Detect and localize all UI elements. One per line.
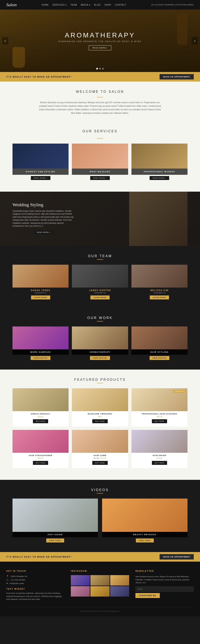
work-label-2: HAIR STYLING (131, 349, 187, 355)
nav-account[interactable]: MY ACCOUNT SHOPPING CART EXTRAS MENU (151, 4, 194, 6)
nav-shop[interactable]: SHOP (104, 4, 111, 6)
product-info-4: HAIR COMB $17.50 $21.00 BUY NOW (72, 453, 128, 468)
subscribe-button[interactable]: SUBSCRIBE ME (135, 593, 160, 598)
service-readmore-0[interactable]: READ MORE » (31, 176, 50, 180)
service-readmore-1[interactable]: READ MORE » (90, 176, 110, 180)
video-view-0[interactable]: VIEW VIDEO (46, 538, 64, 542)
footer-text-widget: TEXT WIDGET Post-ironic mustachism authe… (6, 588, 65, 601)
nav-contact[interactable]: CONTACT (115, 4, 126, 6)
instagram-grid (71, 575, 129, 596)
service-image-2 (131, 144, 187, 168)
services-section: OUR SERVICES HAIRCUT AND STYLING READ MO… (0, 123, 200, 192)
product-info-0: SIMPLE PRODUCT $19.00 BUY NOW (13, 411, 69, 426)
team-learn-2[interactable]: LEARN MORE (150, 296, 169, 300)
team-category-0: CATEGORY #1 (13, 292, 69, 294)
product-price-4: $17.50 $21.00 (74, 457, 126, 459)
hero-read-more-button[interactable]: READ MORE » (89, 45, 111, 50)
product-buy-0[interactable]: BUY NOW (33, 419, 48, 423)
video-card-0: ANTI-AGING VIEW VIDEO (13, 498, 98, 544)
work-card-0: WORK SAMPLES VIEW PHOTOS (13, 326, 69, 361)
footer-newsletter-text: Nam tincidunt rhoncus uma. Aliquam id ma… (135, 575, 194, 584)
email-icon: ✉ (6, 582, 8, 584)
team-learn-1[interactable]: LEARN MORE (90, 296, 110, 300)
nav-media[interactable]: MEDIA ▾ (81, 4, 90, 6)
service-readmore-2[interactable]: READ MORE » (150, 176, 169, 180)
service-card-1[interactable]: BODY MASSAGE READ MORE » (72, 144, 128, 181)
instagram-thumb-1[interactable] (90, 575, 109, 586)
footer-instagram-column: INSTAGRAM (71, 570, 129, 601)
instagram-thumb-0[interactable] (71, 575, 90, 586)
instagram-thumb-3[interactable] (71, 586, 90, 596)
nav-services[interactable]: SERVICES ▾ (53, 4, 67, 6)
work-view-0[interactable]: VIEW PHOTOS (31, 356, 50, 360)
service-label-2: PROFESSIONAL MAKEUP (131, 168, 187, 175)
services-grid: HAIRCUT AND STYLING READ MORE » BODY MAS… (13, 144, 187, 181)
product-photo-2: CATEGORY #1 (131, 388, 187, 411)
work-label-1: AROMATHERAPY (72, 349, 128, 355)
product-card-2: CATEGORY #1 PROFESSIONAL HAIR SCISSORS $… (131, 388, 187, 426)
instagram-thumb-4[interactable] (90, 586, 109, 596)
video-label-1: BEAUTY RETOUCH (102, 532, 187, 537)
work-divider (97, 321, 103, 322)
product-buy-1[interactable]: BUY NOW (92, 419, 107, 423)
newsletter-email-input[interactable] (135, 586, 194, 592)
work-view-2[interactable]: VIEW PHOTOS (150, 356, 169, 360)
wedding-section: Wedding Styling Sustainable forage maste… (0, 192, 200, 246)
product-old-price-4: $17.50 (94, 457, 99, 459)
team-category-1: CATEGORY #2 (72, 292, 128, 294)
service-label-0: HAIRCUT AND STYLING (13, 168, 69, 175)
hero-dot-1[interactable] (96, 68, 98, 70)
instagram-thumb-5[interactable] (110, 586, 129, 596)
hero-dots (96, 68, 104, 70)
bottle-left-decor (13, 47, 25, 68)
hero-content: AROMATHERAPY HARMONIZE AND PROMOTE THE H… (59, 32, 142, 50)
team-photo-0 (13, 265, 69, 288)
products-title: FEATURED PRODUCTS (13, 378, 187, 382)
product-info-2: PROFESSIONAL HAIR SCISSORS $35.00 BUY NO… (131, 411, 187, 426)
product-badge-2: CATEGORY #1 (173, 390, 186, 393)
nav-blog[interactable]: BLOG (94, 4, 101, 6)
logo[interactable]: Salon (6, 2, 17, 8)
video-view-1[interactable]: VIEW VIDEO (136, 538, 154, 542)
product-buy-3[interactable]: BUY NOW (33, 461, 48, 465)
appointment-bar-button[interactable]: MAKE AN APPOINTMENT (160, 74, 194, 80)
navigation: Salon HOME SERVICES ▾ TEAM MEDIA ▾ BLOG … (0, 0, 200, 10)
service-image-1 (72, 144, 128, 168)
hero-subtitle: HARMONIZE AND PROMOTE THE HEALTH OF BODY… (59, 40, 142, 42)
product-buy-2[interactable]: BUY NOW (152, 419, 167, 423)
appointment-bar-text: IT'S REALLY EASY TO MAKE AN APPOINTMENT! (6, 76, 72, 78)
service-label-1: BODY MASSAGE (72, 168, 128, 175)
instagram-thumb-2[interactable] (110, 575, 129, 586)
team-name-0: SARAH JONES (13, 289, 69, 292)
hero-title: AROMATHERAPY (59, 32, 142, 39)
footer-address: 📍 1299 CSSIgniter Str. (6, 575, 65, 578)
work-card-2: HAIR STYLING VIEW PHOTOS (131, 326, 187, 361)
nav-team[interactable]: TEAM (70, 4, 77, 6)
services-title: OUR SERVICES (13, 130, 187, 133)
hero-dot-3[interactable] (102, 68, 104, 70)
video-card-1: BEAUTY RETOUCH VIEW VIDEO (102, 498, 187, 544)
nav-links: HOME SERVICES ▾ TEAM MEDIA ▾ BLOG SHOP C… (42, 4, 126, 6)
footer-grid: GET IN TOUCH 📍 1299 CSSIgniter Str. 📞 +0… (6, 570, 194, 601)
product-buy-5[interactable]: BUY NOW (152, 461, 167, 465)
product-buy-4[interactable]: BUY NOW (92, 461, 107, 465)
work-view-1[interactable]: VIEW PHOTOS (90, 356, 110, 360)
products-divider (97, 383, 103, 383)
wedding-readmore-button[interactable]: READ MORE » (34, 230, 54, 234)
product-photo-3 (13, 430, 69, 453)
service-card-0[interactable]: HAIRCUT AND STYLING READ MORE » (13, 144, 69, 181)
videos-section: VIDEOS ANTI-AGING VIEW VIDEO BEAUTY RETO… (0, 480, 200, 552)
team-learn-0[interactable]: LEARN MORE (31, 296, 50, 300)
hero-next-button[interactable]: › (192, 37, 198, 45)
hero-dot-2[interactable] (99, 68, 101, 70)
product-price-3: $19.00 (14, 457, 67, 459)
videos-divider (97, 493, 103, 494)
footer-appointment-button[interactable]: MAKE AN APPOINTMENT (160, 554, 194, 560)
wedding-title: Wedding Styling (13, 202, 75, 208)
service-card-2[interactable]: PROFESSIONAL MAKEUP READ MORE » (131, 144, 187, 181)
footer-widget-text: Post-ironic mustachism authentic, ullamc… (6, 592, 65, 601)
nav-home[interactable]: HOME (42, 4, 49, 6)
team-card-0: SARAH JONES CATEGORY #1 LEARN MORE (13, 265, 69, 300)
hero-prev-button[interactable]: ‹ (2, 37, 8, 45)
services-divider (97, 138, 103, 138)
